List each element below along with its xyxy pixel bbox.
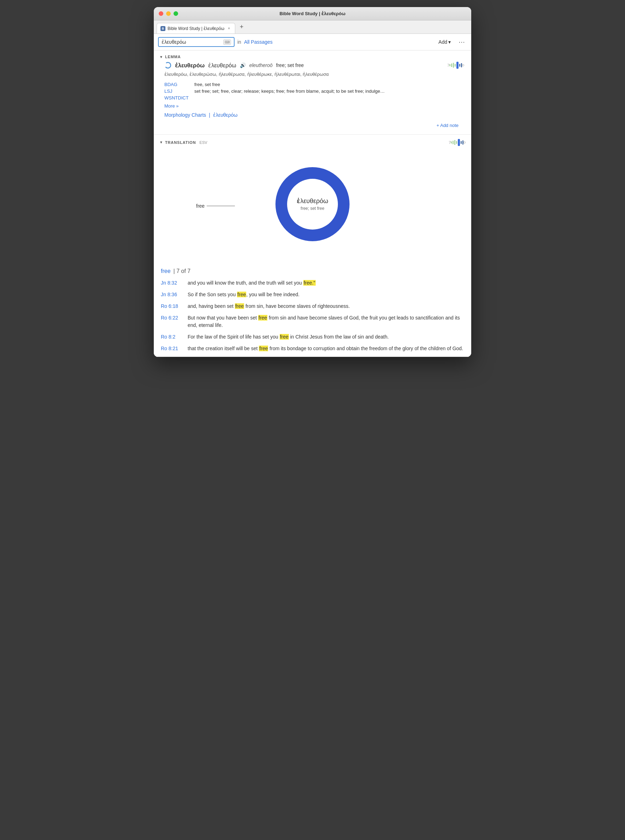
morphology-greek-link[interactable]: ἐλευθερόω <box>213 112 238 118</box>
t-bar-4 <box>456 141 457 144</box>
verse-ref[interactable]: Ro 8:2 <box>161 333 182 341</box>
highlight: free." <box>303 280 316 286</box>
lemma-collapse-button[interactable]: ▼ <box>159 55 163 59</box>
tab-close-button[interactable]: × <box>227 26 232 31</box>
chart-area: free ἐλευθερόω free; set free <box>154 149 471 262</box>
chart-label-free: free <box>196 203 205 209</box>
lemma-collapse-icon: ▼ <box>159 55 163 59</box>
app-window: Bible Word Study | ἐλευθερόω B Bible Wor… <box>154 7 471 357</box>
waveform-center <box>456 62 459 69</box>
keyboard-icon: ⌨ <box>223 39 231 45</box>
verse-row: Jn 8:36 So if the Son sets you free, you… <box>161 291 464 298</box>
verse-ref[interactable]: Ro 6:18 <box>161 303 182 310</box>
svg-point-0 <box>165 62 171 68</box>
add-label: Add <box>438 39 447 45</box>
verse-ref[interactable]: Jn 8:32 <box>161 279 182 287</box>
morphology-charts-link[interactable]: Morphology Charts <box>164 112 206 118</box>
lemma-definition-inline: free; set free <box>276 62 304 68</box>
add-note-button[interactable]: + Add note <box>436 121 459 130</box>
add-note-row: + Add note <box>164 121 464 130</box>
lemma-transliteration: eleutheroō <box>249 62 273 68</box>
sync-icon <box>164 62 171 69</box>
verse-text: But now that you have been set free from… <box>188 314 464 329</box>
donut-chart: ἐλευθερόω free; set free <box>267 158 358 250</box>
tabbar: B Bible Word Study | ἐλευθερόω × + <box>154 20 471 34</box>
minimize-button[interactable] <box>166 11 171 16</box>
lemma-lsj-row: LSJ set free; set; free, clear; release;… <box>164 89 464 94</box>
t-bar-3 <box>454 140 456 145</box>
passages-link[interactable]: All Passages <box>244 39 273 45</box>
maximize-button[interactable] <box>174 11 178 16</box>
verse-row: Ro 8:21 that the creation itself will be… <box>161 345 464 352</box>
highlight: free <box>258 315 267 321</box>
verse-ref[interactable]: Jn 8:36 <box>161 291 182 298</box>
lemma-bdag-row: BDAG free, set free <box>164 82 464 87</box>
verse-row: Ro 8:2 For the law of the Spirit of life… <box>161 333 464 341</box>
lemma-section-title: LEMMA <box>165 55 181 59</box>
highlight: free <box>237 292 246 297</box>
waveform-bar-5 <box>459 64 460 67</box>
active-tab[interactable]: B Bible Word Study | ἐλευθερόω × <box>157 23 235 34</box>
translation-waveform: 7 <box>449 139 466 146</box>
verse-text: and, having been set free from sin, have… <box>188 303 350 310</box>
t-dot <box>463 141 466 143</box>
translation-header: ▼ TRANSLATION ESV 7 <box>154 139 471 149</box>
lemma-section: ▼ LEMMA ἐλευθερόω ἐλευθερόω 🔊 eleutheroō… <box>154 50 471 135</box>
highlight: free <box>235 303 244 309</box>
t-bar-2 <box>452 141 454 144</box>
lemma-greek-bold: ἐλευθερόω <box>175 62 205 69</box>
donut-center-word: ἐλευθερόω <box>297 197 328 205</box>
translation-subtitle: ESV <box>200 140 207 144</box>
sound-icon[interactable]: 🔊 <box>240 62 246 68</box>
add-button[interactable]: Add ▾ <box>435 38 454 46</box>
results-header: free | 7 of 7 <box>161 268 464 274</box>
more-options-button[interactable]: ⋯ <box>456 37 467 47</box>
bdag-definition: free, set free <box>194 82 220 87</box>
chart-label-group: free <box>196 203 235 209</box>
verse-ref[interactable]: Ro 8:21 <box>161 345 182 352</box>
verse-text: For the law of the Spirit of life has se… <box>188 333 389 341</box>
translation-waveform-bars <box>451 139 463 146</box>
new-tab-button[interactable]: + <box>237 23 246 31</box>
in-label: in <box>237 39 241 45</box>
translation-collapse-button[interactable]: ▼ <box>159 140 163 144</box>
lemma-greek-regular: ἐλευθερόω <box>208 62 236 69</box>
tab-label: Bible Word Study | ἐλευθερόω <box>168 26 224 31</box>
verse-row: Ro 6:22 But now that you have been set f… <box>161 314 464 329</box>
waveform-bar-1 <box>449 64 451 66</box>
titlebar: Bible Word Study | ἐλευθερόω <box>154 7 471 20</box>
lemma-wsntdict-row: WSNTDICT <box>164 95 464 101</box>
lemma-section-header: ▼ LEMMA <box>154 55 471 62</box>
tab-favicon: B <box>160 26 165 31</box>
morphology-sep: | <box>209 112 210 118</box>
window-title: Bible Word Study | ἐλευθερόω <box>279 11 345 16</box>
t-bar-1 <box>451 141 452 143</box>
verse-text: and you will know the truth, and the tru… <box>188 279 316 287</box>
add-chevron-icon: ▾ <box>448 39 451 45</box>
highlight: free <box>280 334 289 340</box>
t-center <box>458 139 460 146</box>
translation-section: ▼ TRANSLATION ESV 7 <box>154 135 471 357</box>
more-link[interactable]: More » <box>164 103 464 109</box>
chart-label-line <box>207 206 235 206</box>
results-section: free | 7 of 7 Jn 8:32 and you will know … <box>154 262 471 352</box>
highlight: free <box>259 346 268 351</box>
waveform-bar-2 <box>451 64 452 67</box>
lsj-label[interactable]: LSJ <box>164 89 191 94</box>
donut-center: ἐλευθερόω free; set free <box>297 197 328 211</box>
verse-text: that the creation itself will be set fre… <box>188 345 463 352</box>
window-controls <box>159 11 178 16</box>
translation-section-title: TRANSLATION <box>165 140 196 144</box>
waveform-bar-4 <box>455 64 456 67</box>
verse-text: So if the Son sets you free, you will be… <box>188 291 300 298</box>
verse-row: Jn 8:32 and you will know the truth, and… <box>161 279 464 287</box>
wsntdict-label[interactable]: WSNTDICT <box>164 95 191 101</box>
search-input[interactable] <box>162 39 223 45</box>
bdag-label[interactable]: BDAG <box>164 82 191 87</box>
results-count: | 7 of 7 <box>174 268 191 274</box>
close-button[interactable] <box>159 11 163 16</box>
verse-ref[interactable]: Ro 6:22 <box>161 314 182 321</box>
lemma-main: ἐλευθερόω ἐλευθερόω 🔊 eleutheroō free; s… <box>154 62 471 130</box>
lemma-waveform-area: 7 <box>447 62 464 69</box>
searchbar: ⌨ in All Passages Add ▾ ⋯ <box>154 34 471 50</box>
